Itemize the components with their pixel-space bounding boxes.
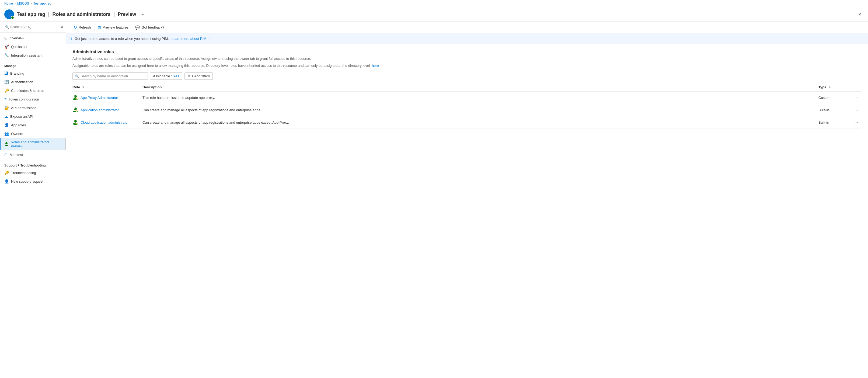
feedback-icon: 💬 bbox=[135, 25, 140, 30]
owners-icon: 👥 bbox=[4, 132, 9, 136]
sidebar-item-roles-admin[interactable]: Roles and administrators | Preview bbox=[0, 138, 66, 150]
close-button[interactable]: ✕ bbox=[856, 11, 864, 18]
sidebar-item-quickstart[interactable]: 🚀 Quickstart bbox=[0, 42, 66, 51]
api-permissions-icon: 🔐 bbox=[4, 106, 9, 110]
assignable-filter-chip[interactable]: Assignable : Yes bbox=[150, 72, 182, 80]
role-type-3: Built-in bbox=[818, 116, 851, 129]
refresh-icon: ↻ bbox=[73, 25, 77, 30]
role-name-1[interactable]: App Proxy Administrator bbox=[81, 96, 118, 100]
role-type-1: Custom bbox=[818, 92, 851, 104]
breadcrumb-sep1: › bbox=[14, 2, 16, 5]
branding-icon: 🖼 bbox=[4, 71, 8, 76]
svg-point-11 bbox=[74, 108, 75, 109]
role-desc-1: This role has permissiont o aupdate app … bbox=[143, 92, 818, 104]
role-avatar-3: + bbox=[72, 119, 79, 126]
section-desc1: Administrative roles can be used to gran… bbox=[72, 56, 862, 61]
sidebar-item-branding[interactable]: 🖼 Branding bbox=[0, 69, 66, 78]
section-desc2: Assignable roles are roles that can be a… bbox=[72, 63, 862, 68]
refresh-button[interactable]: ↻ Refresh bbox=[70, 23, 95, 31]
manage-section-label: Manage bbox=[0, 61, 66, 69]
svg-point-6 bbox=[74, 96, 75, 97]
section-title: Administrative roles bbox=[72, 50, 862, 54]
assignable-value: Yes bbox=[173, 74, 179, 78]
add-filter-button[interactable]: ⊕ + Add filters bbox=[184, 72, 213, 80]
info-icon: ℹ bbox=[70, 36, 72, 41]
search-filter: 🔍 bbox=[72, 72, 148, 80]
sidebar-item-expose-api[interactable]: ☁ Expose an API bbox=[0, 112, 66, 121]
pim-link[interactable]: Learn more about PIM → bbox=[172, 37, 211, 41]
sidebar-item-api-permissions[interactable]: 🔐 API permissions bbox=[0, 104, 66, 112]
quickstart-icon: 🚀 bbox=[4, 45, 9, 49]
preview-features-button[interactable]: ⊡ Preview features bbox=[95, 24, 132, 31]
search-icon: 🔍 bbox=[5, 25, 9, 29]
role-name-3[interactable]: Cloud application administrator bbox=[81, 120, 128, 124]
sidebar-item-manifest[interactable]: ⊟ Manifest bbox=[0, 150, 66, 159]
col-header-type[interactable]: Type ⇅ bbox=[818, 83, 851, 92]
here-link[interactable]: here bbox=[372, 64, 379, 68]
roles-table: Role ⇅ Description Type ⇅ bbox=[72, 83, 862, 129]
more-options-button[interactable]: ··· bbox=[139, 11, 146, 18]
sidebar: 🔍 « ⊞ Overview 🚀 Quickstart 🔧 Integratio… bbox=[0, 22, 66, 378]
assignable-label: Assignable bbox=[153, 74, 170, 78]
role-desc-2: Can create and manage all aspects of app… bbox=[143, 104, 818, 116]
assignable-colon: : bbox=[171, 74, 173, 78]
content-body: Administrative roles Administrative role… bbox=[66, 44, 868, 134]
manifest-icon: ⊟ bbox=[4, 152, 7, 157]
sidebar-item-app-roles[interactable]: 👤 App roles bbox=[0, 121, 66, 129]
token-icon: ≡ bbox=[4, 97, 6, 101]
roles-admin-icon bbox=[4, 142, 9, 147]
breadcrumb-msods[interactable]: MSODS bbox=[17, 2, 29, 5]
svg-text:+: + bbox=[76, 98, 77, 100]
svg-text:+: + bbox=[76, 111, 77, 112]
sidebar-item-owners[interactable]: 👥 Owners bbox=[0, 129, 66, 138]
role-name-2[interactable]: Application administrator bbox=[81, 108, 119, 112]
toolbar: ↻ Refresh ⊡ Preview features 💬 Got feedb… bbox=[66, 22, 868, 33]
sidebar-item-troubleshooting[interactable]: 🔑 Troubleshooting bbox=[0, 168, 66, 177]
table-row: + App Proxy Administrator This role has … bbox=[72, 92, 862, 104]
col-header-description: Description bbox=[143, 83, 818, 92]
sidebar-item-support[interactable]: 👤 New support request bbox=[0, 177, 66, 186]
preview-icon: ⊡ bbox=[98, 25, 101, 30]
role-avatar-1: + bbox=[72, 94, 79, 101]
table-row: + Cloud application administrator Can cr… bbox=[72, 116, 862, 129]
authentication-icon: 🔄 bbox=[4, 80, 9, 84]
top-bar: 👤 Test app reg | Roles and administrator… bbox=[0, 7, 868, 22]
support-section-label: Support + Troubleshooting bbox=[0, 160, 66, 168]
collapse-icon[interactable]: « bbox=[61, 25, 63, 29]
row1-more-button[interactable]: ··· bbox=[852, 95, 859, 101]
svg-rect-4 bbox=[5, 145, 8, 146]
add-filter-icon: ⊕ bbox=[187, 74, 190, 78]
row3-more-button[interactable]: ··· bbox=[852, 120, 859, 125]
info-banner: ℹ Get just-in-time access to a role when… bbox=[66, 33, 868, 44]
breadcrumb: Home › MSODS › Test app reg bbox=[0, 0, 868, 7]
breadcrumb-home[interactable]: Home bbox=[4, 2, 13, 5]
sidebar-nav: ⊞ Overview 🚀 Quickstart 🔧 Integration as… bbox=[0, 33, 66, 187]
feedback-button[interactable]: 💬 Got feedback? bbox=[132, 24, 167, 31]
certificates-icon: 🔑 bbox=[4, 88, 9, 93]
page-title: Test app reg | Roles and administrators … bbox=[17, 11, 136, 17]
role-search-input[interactable] bbox=[81, 74, 146, 78]
sidebar-item-overview[interactable]: ⊞ Overview bbox=[0, 34, 66, 42]
app-avatar: 👤 bbox=[4, 9, 14, 19]
search-filter-icon: 🔍 bbox=[75, 75, 79, 78]
sidebar-item-token[interactable]: ≡ Token configuration bbox=[0, 95, 66, 104]
type-sort-icon: ⇅ bbox=[829, 86, 831, 89]
row2-more-button[interactable]: ··· bbox=[852, 107, 859, 113]
content-area: ↻ Refresh ⊡ Preview features 💬 Got feedb… bbox=[66, 22, 868, 378]
svg-text:+: + bbox=[76, 123, 77, 124]
role-sort-icon: ⇅ bbox=[82, 86, 84, 89]
sidebar-item-authentication[interactable]: 🔄 Authentication bbox=[0, 78, 66, 86]
col-header-role[interactable]: Role ⇅ bbox=[72, 83, 143, 92]
sidebar-item-integration[interactable]: 🔧 Integration assistant bbox=[0, 51, 66, 60]
breadcrumb-current[interactable]: Test app reg bbox=[33, 2, 51, 5]
overview-icon: ⊞ bbox=[4, 36, 7, 40]
table-row: + Application administrator Can create a… bbox=[72, 104, 862, 116]
sidebar-item-certificates[interactable]: 🔑 Certificates & secrets bbox=[0, 86, 66, 95]
expose-api-icon: ☁ bbox=[4, 114, 8, 119]
role-type-2: Built-in bbox=[818, 104, 851, 116]
sidebar-search-input[interactable] bbox=[10, 25, 57, 29]
support-icon: 👤 bbox=[4, 179, 9, 183]
integration-icon: 🔧 bbox=[4, 53, 9, 57]
troubleshooting-icon: 🔑 bbox=[4, 171, 9, 175]
svg-point-16 bbox=[74, 120, 75, 121]
